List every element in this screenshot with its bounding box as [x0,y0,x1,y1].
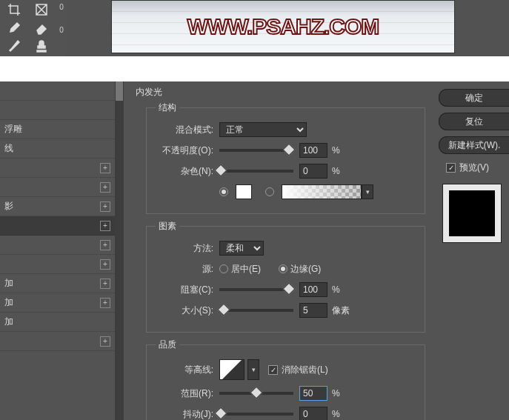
gradient-dropdown-icon[interactable]: ▾ [362,184,373,199]
quality-legend: 品质 [156,339,179,351]
contour-label: 等高线: [156,364,213,376]
quality-group: 品质 等高线: ▾ 消除锯齿(L) 范围(R): % 抖动(J): % [146,339,425,420]
source-edge-radio[interactable] [279,264,287,273]
source-edge-label: 边缘(G) [290,263,321,276]
effects-list-item[interactable]: 加+ [0,274,115,293]
opacity-unit: % [332,145,340,156]
size-input[interactable] [299,303,327,318]
effects-scrollbar[interactable] [115,81,124,420]
effects-item-label: 加 [4,316,13,328]
canvas-area: WWW.PSAHZ.COM [67,0,509,56]
contour-dropdown-icon[interactable]: ▾ [247,359,259,380]
antialias-label: 消除锯齿(L) [282,364,328,376]
source-label: 源: [156,263,213,276]
jitter-label: 抖动(J): [156,408,213,421]
brush-tool-icon[interactable] [1,38,27,54]
choke-slider[interactable] [219,288,293,291]
options-value: 0 0 [56,0,67,56]
effects-list-item[interactable]: 影+ [0,197,115,216]
stamp-tool-icon[interactable] [29,38,54,54]
add-effect-icon[interactable]: + [100,182,110,193]
source-center-label: 居中(E) [231,263,261,276]
add-effect-icon[interactable]: + [100,336,110,347]
glow-gradient-radio[interactable] [265,187,274,196]
ok-button[interactable]: 确定 [439,89,509,107]
effects-list-item[interactable]: + [0,159,115,178]
jitter-slider[interactable] [219,413,293,416]
jitter-input[interactable] [299,407,327,420]
cancel-button[interactable]: 复位 [439,113,509,130]
noise-unit: % [332,166,340,176]
effects-list-item[interactable]: 线 [0,139,115,159]
elements-group: 图素 方法: 柔和 源: 居中(E) 边缘(G) 阻塞(C): % 大小(S): [146,220,425,333]
effects-item-label: 浮雕 [4,123,22,136]
effects-item-label: 加 [4,277,13,290]
white-gap [0,56,509,81]
range-unit: % [332,388,340,399]
watermark-text: WWW.PSAHZ.COM [187,14,379,39]
panel-title: 内发光 [136,86,425,99]
opacity-input[interactable] [299,143,327,158]
add-effect-icon[interactable]: + [100,279,110,289]
effects-list-item[interactable] [0,101,115,120]
slice-tool-icon[interactable] [29,1,54,18]
add-effect-icon[interactable]: + [100,221,110,231]
effects-list-item[interactable]: 加 [0,313,115,332]
blend-mode-label: 混合模式: [156,124,213,136]
add-effect-icon[interactable]: + [100,298,110,308]
choke-unit: % [332,284,340,295]
effects-list-item[interactable]: + [0,216,115,236]
effects-list-item[interactable]: + [0,178,115,197]
structure-group: 结构 混合模式: 正常 不透明度(O): % 杂色(N): % [146,101,425,214]
eyedropper-tool-icon[interactable] [1,20,27,36]
effects-item-label: 加 [4,296,13,309]
range-input[interactable] [299,386,327,401]
range-label: 范围(R): [156,387,213,400]
effects-list-item[interactable]: + [0,236,115,255]
new-style-button[interactable]: 新建样式(W). [439,136,509,154]
technique-select[interactable]: 柔和 [219,241,264,256]
noise-label: 杂色(N): [156,165,213,178]
noise-input[interactable] [299,164,327,179]
canvas-image: WWW.PSAHZ.COM [111,0,455,53]
size-label: 大小(S): [156,304,213,317]
choke-label: 阻塞(C): [156,284,213,296]
add-effect-icon[interactable]: + [100,201,110,212]
preview-label: 预览(V) [459,161,489,174]
effects-list: 浮雕线++影++++加+加+加+ [0,81,115,420]
range-slider[interactable] [219,392,293,395]
effects-list-item[interactable]: 浮雕 [0,120,115,139]
noise-slider[interactable] [219,170,293,173]
size-slider[interactable] [219,309,293,312]
add-effect-icon[interactable]: + [100,163,110,173]
opacity-label: 不透明度(O): [156,144,213,157]
effects-list-item[interactable]: + [0,332,115,351]
glow-color-swatch[interactable] [236,184,252,199]
add-effect-icon[interactable]: + [100,240,110,250]
effects-item-label: 影 [4,200,13,213]
glow-gradient-swatch[interactable] [282,184,362,199]
crop-tool-icon[interactable] [1,1,27,18]
source-center-radio[interactable] [219,264,228,273]
effects-list-item[interactable]: 加+ [0,293,115,313]
eraser-tool-icon[interactable] [29,20,54,36]
contour-swatch[interactable] [219,359,244,380]
antialias-checkbox[interactable] [268,365,278,375]
blend-mode-select[interactable]: 正常 [219,122,307,137]
structure-legend: 结构 [156,101,179,114]
jitter-unit: % [332,409,340,419]
elements-legend: 图素 [156,220,179,233]
glow-color-radio[interactable] [219,187,228,196]
preview-thumbnail [443,184,501,242]
effects-item-label: 线 [4,142,13,155]
opacity-slider[interactable] [219,149,293,152]
add-effect-icon[interactable]: + [100,259,110,270]
effects-list-item[interactable] [0,81,115,101]
effects-list-item[interactable]: + [0,255,115,274]
preview-checkbox[interactable] [446,163,456,173]
technique-label: 方法: [156,242,213,255]
size-unit: 像素 [332,304,350,317]
choke-input[interactable] [299,282,327,297]
